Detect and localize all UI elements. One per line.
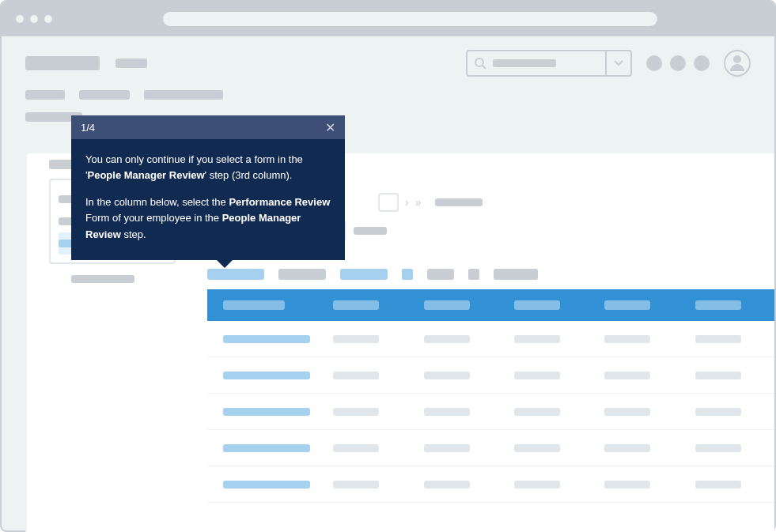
avatar-icon [730, 55, 744, 71]
header-action[interactable] [646, 55, 662, 71]
window-dot[interactable] [16, 15, 24, 23]
window-dot[interactable] [30, 15, 38, 23]
pager: › » [378, 193, 483, 212]
column-header[interactable] [424, 300, 470, 310]
filter-chip[interactable] [278, 269, 326, 280]
table-header [207, 289, 774, 321]
toolbar-label [354, 227, 387, 235]
app-header [2, 36, 774, 90]
table-row[interactable] [207, 503, 774, 532]
pager-prev[interactable] [378, 193, 399, 212]
header-action[interactable] [670, 55, 686, 71]
column-header[interactable] [223, 300, 285, 310]
close-icon[interactable]: ✕ [325, 120, 335, 135]
svg-line-1 [483, 66, 486, 69]
column-header[interactable] [604, 300, 650, 310]
tooltip-paragraph: You can only continue if you select a fo… [85, 152, 331, 183]
tooltip-body: You can only continue if you select a fo… [71, 139, 345, 260]
browser-window: › » [0, 0, 776, 532]
browser-titlebar [2, 2, 774, 36]
search-input[interactable] [466, 50, 632, 77]
search-icon [474, 57, 486, 70]
window-dot[interactable] [44, 15, 52, 23]
window-controls[interactable] [16, 15, 52, 23]
chevron-right-icon: › [405, 196, 409, 209]
header-actions [646, 55, 710, 71]
brand-subtitle [115, 58, 147, 68]
side-panel-footer [71, 275, 134, 283]
search-dropdown-toggle[interactable] [605, 51, 630, 75]
filter-toggle[interactable] [402, 269, 413, 280]
tooltip-paragraph: In the column below, select the Performa… [85, 194, 331, 242]
svg-point-0 [475, 58, 483, 66]
filter-chip[interactable] [427, 269, 454, 280]
nav-tab[interactable] [25, 90, 65, 100]
column-header[interactable] [514, 300, 560, 310]
chevron-down-icon [614, 60, 623, 66]
nav-tabs [2, 90, 774, 108]
header-action[interactable] [694, 55, 710, 71]
tooltip-step: 1/4 [81, 122, 95, 134]
avatar[interactable] [724, 50, 751, 77]
table-row[interactable] [207, 466, 774, 503]
column-header[interactable] [695, 300, 741, 310]
table-row[interactable] [207, 321, 774, 357]
table-row[interactable] [207, 430, 774, 466]
pager-label [435, 198, 483, 206]
search-placeholder [493, 59, 556, 67]
walkthrough-tooltip: 1/4 ✕ You can only continue if you selec… [71, 115, 345, 260]
column-header[interactable] [333, 300, 379, 310]
nav-tab[interactable] [144, 90, 223, 100]
table-row[interactable] [207, 394, 774, 430]
tooltip-header: 1/4 ✕ [71, 115, 345, 139]
table-row[interactable] [207, 357, 774, 394]
filter-chip[interactable] [207, 269, 264, 280]
filter-chip[interactable] [340, 269, 388, 280]
nav-tab[interactable] [79, 90, 130, 100]
chevron-double-right-icon: » [415, 196, 422, 209]
filter-row [207, 269, 774, 280]
filter-toggle[interactable] [468, 269, 479, 280]
logo [25, 56, 100, 70]
url-bar[interactable] [163, 12, 657, 26]
filter-chip[interactable] [494, 269, 538, 280]
data-table [207, 289, 774, 532]
